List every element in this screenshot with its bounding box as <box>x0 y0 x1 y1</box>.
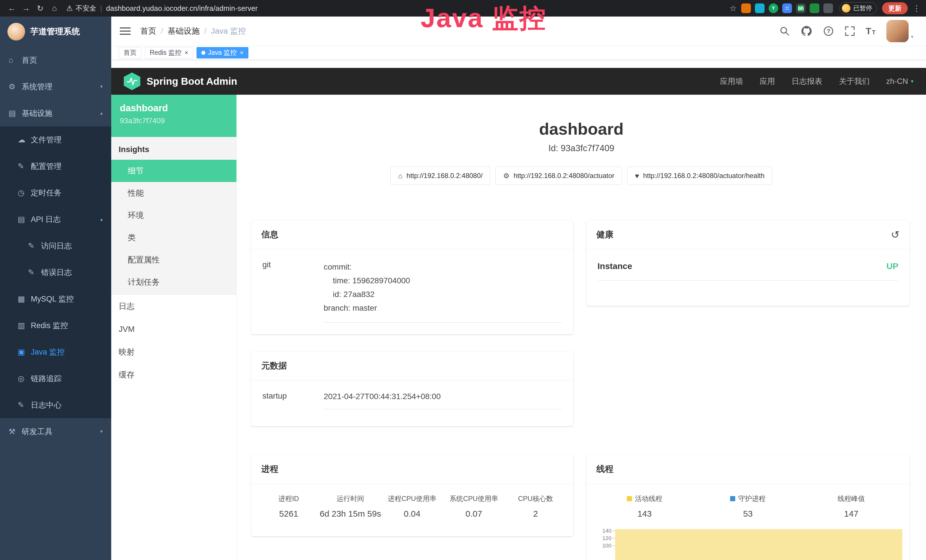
process-headers: 进程ID运行时间进程CPU使用率系统CPU使用率CPU核心数 <box>258 494 566 503</box>
info-value-line: commit: <box>324 260 562 274</box>
sba-sidebar-item[interactable]: 环境 <box>111 204 236 227</box>
sidebar-item[interactable]: ▦ MySQL 监控 <box>0 286 111 312</box>
extension-icon[interactable] <box>741 3 751 13</box>
address-bar[interactable]: ⚠ 不安全 | dashboard.yudao.iocoder.cn/infra… <box>66 4 258 13</box>
tab[interactable]: 首页 <box>119 47 141 59</box>
sba-sidebar-item[interactable]: 日志 <box>111 295 236 318</box>
sba-instance-block[interactable]: dashboard 93a3fc7f7409 <box>111 95 236 137</box>
menu-item-label: API 日志 <box>31 214 61 224</box>
sidebar-item[interactable]: ▣ Java 监控 <box>0 339 111 365</box>
help-icon[interactable]: ? <box>823 26 834 36</box>
sidebar-item[interactable]: ▤ 基础设施 ▴ <box>0 100 111 126</box>
sba-sidebar-item[interactable]: 映射 <box>111 341 236 363</box>
tab[interactable]: Redis 监控 × <box>145 47 193 59</box>
forward-icon[interactable]: → <box>20 4 33 13</box>
process-column-value: 0.07 <box>443 509 504 519</box>
sba-brand-title[interactable]: Spring Boot Admin <box>147 76 237 87</box>
sba-sidebar-item[interactable]: 细节 <box>111 160 236 182</box>
sba-sidebar-item[interactable]: 缓存 <box>111 363 236 386</box>
sba-nav-item[interactable]: 应用墙 <box>720 76 743 86</box>
extension-icon[interactable]: Y <box>769 3 778 13</box>
back-icon[interactable]: ← <box>5 4 18 13</box>
instance-link[interactable]: ⚙ http://192.168.0.2:48080/actuator <box>495 166 622 185</box>
sba-sidebar-item[interactable]: JVM <box>111 318 236 341</box>
breadcrumb-item[interactable]: 首页 <box>140 26 156 36</box>
sidebar-item[interactable]: ⌂ 首页 <box>0 47 111 73</box>
tab-label: Java 监控 <box>208 48 237 57</box>
tab-label: Redis 监控 <box>150 48 182 57</box>
tab[interactable]: Java 监控 × <box>197 47 248 59</box>
process-card: 进程 进程ID运行时间进程CPU使用率系统CPU使用率CPU核心数 52616d… <box>251 455 573 536</box>
menu-item-icon: ▦ <box>18 294 31 304</box>
menu-item-label: 文件管理 <box>31 135 62 145</box>
fullscreen-icon[interactable] <box>845 26 855 36</box>
browser-update-button[interactable]: 更新 <box>882 2 908 14</box>
bookmark-star-icon[interactable]: ☆ <box>729 4 737 13</box>
info-value-line: id: 27aa832 <box>324 288 562 301</box>
sba-sidebar-item[interactable]: 配置属性 <box>111 249 236 271</box>
tab-close-icon[interactable]: × <box>240 50 244 56</box>
process-column-value: 5261 <box>258 509 319 519</box>
extension-icon[interactable] <box>823 3 833 13</box>
sba-sidebar-item[interactable]: 计划任务 <box>111 271 236 293</box>
tab-close-icon[interactable]: × <box>185 50 188 56</box>
extension-icon[interactable] <box>809 3 819 13</box>
process-card-title: 进程 <box>261 463 278 475</box>
sba-sidebar-item[interactable]: 类 <box>111 227 236 249</box>
history-icon[interactable]: ↺ <box>891 230 899 240</box>
extension-icon[interactable]: ∷ <box>782 3 792 13</box>
avatar[interactable] <box>887 20 909 42</box>
sidebar-item[interactable]: ☁ 文件管理 <box>0 126 111 153</box>
link-url: http://192.168.0.2:48080/actuator/health <box>643 172 764 180</box>
user-menu[interactable]: ▾ <box>887 20 914 42</box>
link-icon: ♥ <box>635 172 639 180</box>
sidebar-item[interactable]: ✎ 错误日志 <box>0 259 111 286</box>
chevron-icon: ▾ <box>100 428 111 434</box>
sba-nav-item[interactable]: 应用 <box>760 76 775 86</box>
annotation-java-monitor: Java 监控 <box>421 1 547 36</box>
locale-select[interactable]: zh-CN ▾ <box>886 77 914 86</box>
sidebar-item[interactable]: ⚙ 系统管理 ▾ <box>0 73 111 100</box>
sidebar-item[interactable]: ▤ API 日志 ▴ <box>0 206 111 233</box>
sba-nav-item[interactable]: 日志报表 <box>791 76 822 86</box>
extension-icon[interactable] <box>755 3 764 13</box>
sba-body: dashboard 93a3fc7f7409 Insights 细节 性能 环境… <box>111 95 926 560</box>
sidebar-item[interactable]: ◷ 定时任务 <box>0 179 111 206</box>
breadcrumb-item[interactable]: Java 监控 <box>211 26 246 36</box>
browser-menu-icon[interactable]: ⋮ <box>912 4 921 13</box>
sidebar-item[interactable]: ✎ 配置管理 <box>0 153 111 179</box>
sidebar-item[interactable]: ⚒ 研发工具 ▾ <box>0 418 111 445</box>
threads-card-title: 线程 <box>596 463 613 475</box>
threads-legend: 活动线程 守护进程 线程峰值 <box>586 484 910 503</box>
url-text[interactable]: dashboard.yudao.iocoder.cn/infra/admin-s… <box>106 4 258 12</box>
breadcrumb-item[interactable]: 基础设施 <box>168 26 200 36</box>
github-icon[interactable] <box>801 26 812 37</box>
search-icon[interactable] <box>779 26 790 36</box>
instance-links: ⌂ http://192.168.0.2:48080/ ⚙ http://192… <box>237 166 926 185</box>
breadcrumb: 首页 / 基础设施 / Java 监控 <box>140 26 246 36</box>
sba-sidebar-item[interactable]: 性能 <box>111 182 236 204</box>
sba-content: dashboard Id: 93a3fc7f7409 ⌂ http://192.… <box>237 95 926 560</box>
instance-link[interactable]: ⌂ http://192.168.0.2:48080/ <box>390 166 490 185</box>
threads-value: 53 <box>696 509 799 519</box>
reload-icon[interactable]: ↻ <box>34 4 47 13</box>
home-icon[interactable]: ⌂ <box>48 4 61 13</box>
sidebar-item[interactable]: ✎ 访问日志 <box>0 233 111 259</box>
extension-icon[interactable]: on <box>796 3 806 13</box>
sidebar-menu: ⌂ 首页 ⚙ 系统管理 ▾ ▤ 基础设施 ▴ ☁ 文件管理 <box>0 47 111 445</box>
info-card-title: 信息 <box>261 229 278 241</box>
font-size-icon[interactable]: TT <box>866 26 876 36</box>
app-logo-row[interactable]: 芋道管理系统 <box>0 17 111 47</box>
instance-link[interactable]: ♥ http://192.168.0.2:48080/actuator/heal… <box>627 166 772 185</box>
security-chip[interactable]: ⚠ 不安全 <box>66 4 96 13</box>
profile-paused-chip[interactable]: 已暂停 <box>839 2 877 14</box>
sidebar-item[interactable]: ◎ 链路追踪 <box>0 365 111 392</box>
hamburger-icon[interactable] <box>120 27 131 35</box>
process-column-value: 2 <box>505 509 566 519</box>
sidebar-item[interactable]: ▥ Redis 监控 <box>0 312 111 339</box>
metadata-key: startup <box>262 391 324 409</box>
menu-item-icon: ▤ <box>9 109 22 118</box>
sidebar-item[interactable]: ✎ 日志中心 <box>0 392 111 418</box>
extension-glyph: ∷ <box>785 5 789 11</box>
sba-nav-item[interactable]: 关于我们 <box>839 76 870 86</box>
